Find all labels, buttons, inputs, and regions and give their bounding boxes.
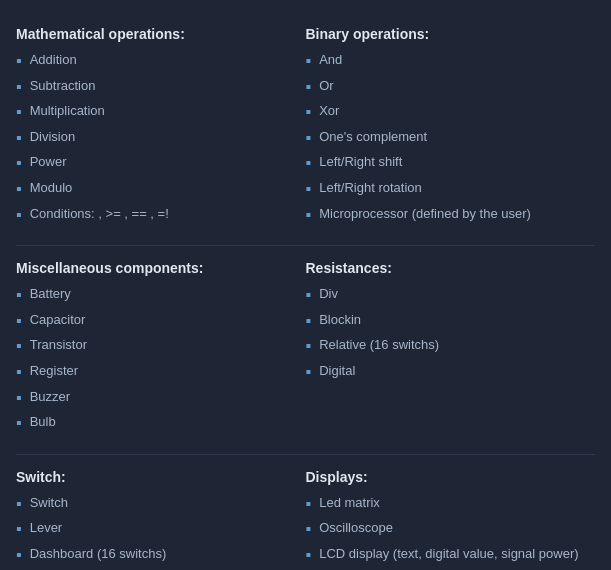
item-label: Transistor — [30, 337, 87, 352]
bullet-icon: ▪ — [306, 206, 312, 224]
item-label: Dashboard (16 switchs) — [30, 546, 167, 561]
item-label: Xor — [319, 103, 339, 118]
bullet-icon: ▪ — [16, 495, 22, 513]
bullet-icon: ▪ — [16, 312, 22, 330]
item-label: Conditions: , >= , == , =! — [30, 206, 169, 221]
item-label: Left/Right shift — [319, 154, 402, 169]
bullet-icon: ▪ — [16, 389, 22, 407]
list-item: ▪Switch — [16, 495, 296, 513]
bullet-icon: ▪ — [306, 129, 312, 147]
bullet-icon: ▪ — [16, 103, 22, 121]
bullet-icon: ▪ — [306, 363, 312, 381]
bullet-icon: ▪ — [16, 206, 22, 224]
bullet-icon: ▪ — [16, 414, 22, 432]
item-label: Division — [30, 129, 76, 144]
bullet-icon: ▪ — [306, 52, 312, 70]
list-item: ▪Capacitor — [16, 312, 296, 330]
list-item: ▪Relative (16 switchs) — [306, 337, 586, 355]
section-displays: Displays:▪Led matrix▪Oscilloscope▪LCD di… — [306, 459, 596, 570]
bullet-icon: ▪ — [16, 52, 22, 70]
section-title-binary-ops: Binary operations: — [306, 26, 586, 42]
item-label: Battery — [30, 286, 71, 301]
list-item: ▪Battery — [16, 286, 296, 304]
list-item: ▪Or — [306, 78, 586, 96]
section-divider — [16, 454, 595, 455]
list-item: ▪Div — [306, 286, 586, 304]
section-binary-ops: Binary operations:▪And▪Or▪Xor▪One's comp… — [306, 16, 596, 241]
list-item: ▪Digital — [306, 363, 586, 381]
main-grid: Mathematical operations:▪Addition▪Subtra… — [16, 16, 595, 570]
item-label: Blockin — [319, 312, 361, 327]
bullet-icon: ▪ — [306, 154, 312, 172]
bullet-icon: ▪ — [16, 546, 22, 564]
bullet-icon: ▪ — [16, 520, 22, 538]
list-item: ▪Lever — [16, 520, 296, 538]
list-item: ▪And — [306, 52, 586, 70]
item-label: Power — [30, 154, 67, 169]
list-item: ▪Division — [16, 129, 296, 147]
section-title-misc-components: Miscellaneous components: — [16, 260, 296, 276]
item-label: Multiplication — [30, 103, 105, 118]
section-title-switch: Switch: — [16, 469, 296, 485]
bullet-icon: ▪ — [16, 363, 22, 381]
item-label: One's complement — [319, 129, 427, 144]
item-label: And — [319, 52, 342, 67]
section-title-displays: Displays: — [306, 469, 586, 485]
section-title-math-ops: Mathematical operations: — [16, 26, 296, 42]
section-resistances: Resistances:▪Div▪Blockin▪Relative (16 sw… — [306, 250, 596, 450]
list-item: ▪One's complement — [306, 129, 586, 147]
list-item: ▪Conditions: , >= , == , =! — [16, 206, 296, 224]
item-label: Capacitor — [30, 312, 86, 327]
item-label: Modulo — [30, 180, 73, 195]
bullet-icon: ▪ — [306, 312, 312, 330]
bullet-icon: ▪ — [306, 180, 312, 198]
item-label: Digital — [319, 363, 355, 378]
list-item: ▪Bulb — [16, 414, 296, 432]
bullet-icon: ▪ — [306, 286, 312, 304]
item-label: Led matrix — [319, 495, 380, 510]
list-item: ▪Transistor — [16, 337, 296, 355]
bullet-icon: ▪ — [16, 129, 22, 147]
list-item: ▪Buzzer — [16, 389, 296, 407]
list-item: ▪Multiplication — [16, 103, 296, 121]
bullet-icon: ▪ — [306, 546, 312, 564]
bullet-icon: ▪ — [306, 103, 312, 121]
list-item: ▪Power — [16, 154, 296, 172]
item-label: Or — [319, 78, 333, 93]
item-label: Buzzer — [30, 389, 70, 404]
bullet-icon: ▪ — [16, 78, 22, 96]
item-label: Register — [30, 363, 78, 378]
bullet-icon: ▪ — [306, 520, 312, 538]
item-label: LCD display (text, digital value, signal… — [319, 546, 578, 561]
list-item: ▪Register — [16, 363, 296, 381]
bullet-icon: ▪ — [306, 337, 312, 355]
list-item: ▪Subtraction — [16, 78, 296, 96]
bullet-icon: ▪ — [16, 286, 22, 304]
list-item: ▪Xor — [306, 103, 586, 121]
item-label: Left/Right rotation — [319, 180, 422, 195]
section-divider — [16, 245, 595, 246]
section-math-ops: Mathematical operations:▪Addition▪Subtra… — [16, 16, 306, 241]
list-item: ▪Led matrix — [306, 495, 586, 513]
bullet-icon: ▪ — [16, 180, 22, 198]
item-label: Addition — [30, 52, 77, 67]
item-label: Div — [319, 286, 338, 301]
list-item: ▪Left/Right shift — [306, 154, 586, 172]
list-item: ▪Microprocessor (defined by the user) — [306, 206, 586, 224]
list-item: ▪Dashboard (16 switchs) — [16, 546, 296, 564]
list-item: ▪Oscilloscope — [306, 520, 586, 538]
list-item: ▪Left/Right rotation — [306, 180, 586, 198]
bullet-icon: ▪ — [306, 495, 312, 513]
list-item: ▪Modulo — [16, 180, 296, 198]
item-label: Microprocessor (defined by the user) — [319, 206, 531, 221]
item-label: Lever — [30, 520, 63, 535]
item-label: Relative (16 switchs) — [319, 337, 439, 352]
bullet-icon: ▪ — [16, 337, 22, 355]
item-label: Bulb — [30, 414, 56, 429]
bullet-icon: ▪ — [306, 78, 312, 96]
list-item: ▪LCD display (text, digital value, signa… — [306, 546, 586, 564]
section-switch: Switch:▪Switch▪Lever▪Dashboard (16 switc… — [16, 459, 306, 570]
item-label: Oscilloscope — [319, 520, 393, 535]
item-label: Switch — [30, 495, 68, 510]
section-title-resistances: Resistances: — [306, 260, 586, 276]
